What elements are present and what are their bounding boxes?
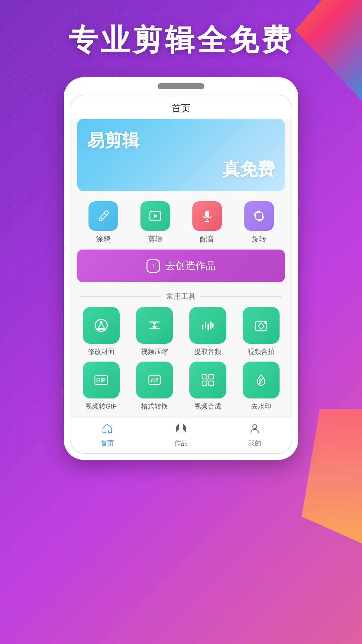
rotate-icon — [244, 201, 274, 231]
svg-marker-29 — [157, 378, 159, 380]
home-label: 首页 — [101, 439, 114, 448]
watermark-icon — [243, 362, 280, 398]
banner-subtitle: 真免费 — [87, 158, 275, 181]
convert-icon — [136, 362, 173, 398]
screen-header: 首页 — [70, 95, 292, 119]
svg-rect-4 — [205, 211, 209, 217]
tool-compress[interactable]: 视频压缩 — [130, 307, 178, 356]
tool-collab[interactable]: 视频合拍 — [237, 307, 285, 356]
collab-label: 视频合拍 — [248, 347, 275, 356]
section-title: 常用工具 — [166, 291, 196, 302]
graffiti-label: 涂鸦 — [96, 234, 111, 244]
cover-icon — [83, 307, 120, 344]
svg-marker-3 — [154, 214, 158, 218]
dubbing-label: 配音 — [200, 234, 215, 244]
svg-rect-28 — [149, 376, 160, 384]
audio-icon — [189, 307, 226, 344]
compress-icon — [136, 307, 173, 344]
audio-label: 提取音频 — [194, 347, 221, 356]
phone-mockup: 首页 易剪辑 真免费 — [64, 77, 298, 460]
hero-text: 专业剪辑全免费 — [0, 20, 362, 60]
rotate-label: 旋转 — [252, 234, 266, 244]
phone-screen: 首页 易剪辑 真免费 — [70, 95, 292, 454]
plus-icon: + — [146, 259, 160, 273]
svg-marker-30 — [150, 380, 152, 382]
nav-mine[interactable]: 我的 — [248, 423, 261, 448]
screen-content: 首页 易剪辑 真免费 — [70, 95, 292, 453]
tool-rotate[interactable]: 旋转 — [244, 201, 274, 244]
tool-dubbing[interactable]: 配音 — [192, 201, 222, 244]
edit-label: 剪辑 — [148, 234, 163, 244]
compress-label: 视频压缩 — [141, 347, 168, 356]
svg-rect-22 — [255, 322, 267, 330]
phone-notch — [158, 83, 204, 89]
svg-rect-33 — [202, 381, 207, 386]
svg-rect-32 — [209, 374, 214, 379]
create-label: 去创造作品 — [165, 259, 216, 273]
svg-rect-31 — [202, 374, 207, 379]
phone-outer: 首页 易剪辑 真免费 — [64, 77, 298, 460]
svg-line-0 — [104, 213, 107, 216]
compose-label: 视频合成 — [194, 402, 221, 411]
svg-point-23 — [259, 324, 263, 328]
nav-home[interactable]: 首页 — [101, 423, 114, 448]
tool-cover[interactable]: 修改封面 — [77, 307, 125, 356]
page-title: 首页 — [172, 103, 190, 113]
gif-icon: GIF — [83, 362, 120, 398]
tools-grid: 修改封面 视频压缩 — [70, 307, 292, 418]
watermark-label: 去水印 — [251, 402, 271, 411]
gif-label: 视频转GIF — [85, 402, 117, 411]
svg-point-11 — [100, 321, 103, 324]
works-icon — [175, 423, 187, 437]
tool-gif[interactable]: GIF 视频转GIF — [77, 362, 125, 411]
cover-label: 修改封面 — [88, 347, 115, 356]
create-button[interactable]: + 去创造作品 — [77, 250, 285, 282]
mine-label: 我的 — [248, 439, 261, 448]
svg-rect-34 — [209, 381, 214, 386]
svg-rect-7 — [256, 213, 262, 219]
mine-icon — [249, 423, 260, 437]
divider-right — [201, 297, 282, 297]
tool-graffiti[interactable]: 涂鸦 — [88, 201, 118, 244]
collab-icon — [243, 307, 280, 344]
graffiti-icon — [88, 201, 118, 231]
divider-left — [80, 297, 161, 297]
convert-label: 格式转换 — [141, 402, 168, 411]
banner: 易剪辑 真免费 — [77, 119, 285, 191]
home-icon — [102, 423, 113, 437]
svg-text:GIF: GIF — [96, 378, 105, 383]
svg-point-42 — [253, 425, 257, 429]
tool-convert[interactable]: 格式转换 — [130, 362, 178, 411]
dubbing-icon — [192, 201, 222, 231]
svg-point-25 — [265, 322, 266, 323]
tool-edit[interactable]: 剪辑 — [140, 201, 170, 244]
compose-icon — [189, 362, 226, 398]
banner-title: 易剪辑 — [87, 129, 275, 152]
quick-tools-row: 涂鸦 剪辑 — [70, 198, 292, 250]
tool-watermark[interactable]: 去水印 — [237, 362, 285, 411]
edit-icon — [140, 201, 170, 231]
bottom-nav: 首页 作品 — [70, 418, 292, 453]
tool-compose[interactable]: 视频合成 — [184, 362, 232, 411]
works-label: 作品 — [174, 439, 188, 448]
tool-audio[interactable]: 提取音频 — [184, 307, 232, 356]
nav-works[interactable]: 作品 — [174, 423, 188, 448]
section-divider: 常用工具 — [70, 289, 292, 307]
